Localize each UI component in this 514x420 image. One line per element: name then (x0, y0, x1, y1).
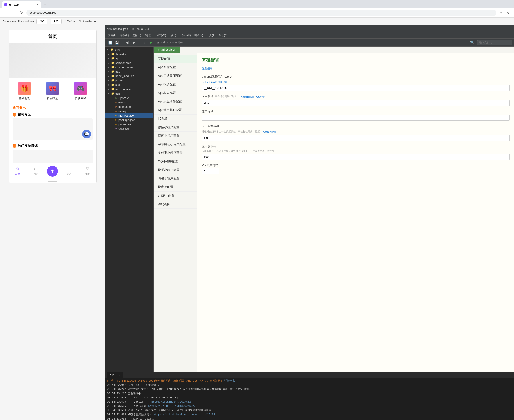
menu-release[interactable]: 发行(U) (180, 32, 193, 38)
manifest-nav-splash[interactable]: App启动界面配置 (154, 72, 197, 80)
appdesc-input[interactable] (202, 114, 510, 121)
height-input[interactable] (51, 19, 62, 24)
console-tab-h5[interactable]: skin - H5 (107, 372, 123, 378)
appname-input[interactable] (202, 100, 510, 106)
grid-item-1[interactable]: 🎀 精品抽盒 (40, 82, 65, 100)
back-button[interactable]: ← (3, 10, 9, 16)
manifest-nav-source[interactable]: 源码视图 (154, 200, 197, 209)
menu-help[interactable]: 帮助(Y) (217, 32, 229, 38)
manifest-nav-h5[interactable]: h5配置 (154, 114, 197, 123)
tree-pages[interactable]: ▶ 📁 pages (105, 78, 153, 82)
tool-run[interactable]: ▶ (148, 39, 154, 46)
extensions-button[interactable]: ⚙ (505, 10, 511, 16)
width-input[interactable] (37, 19, 47, 24)
nav-item-score[interactable]: ◎ 积分 (61, 165, 79, 178)
manifest-nav-unistats[interactable]: uni统计配置 (154, 192, 197, 200)
throttle-select[interactable]: No throttling Fast 3G Slow 3G (78, 20, 97, 23)
manifest-nav-qq[interactable]: QQ小程序配置 (154, 157, 197, 166)
manifest-nav-alipay[interactable]: 支付宝小程序配置 (154, 149, 197, 157)
refresh-button[interactable]: ↻ (18, 10, 25, 16)
nav-item-center[interactable]: ⊕ (44, 165, 61, 178)
tree-uni-scss[interactable]: ◈ uni.scss (105, 126, 153, 131)
chat-fab-button[interactable]: 💬 (82, 130, 91, 138)
tool-bookmark[interactable]: ☆ (141, 39, 147, 46)
menu-edit[interactable]: 编辑(E) (118, 32, 131, 38)
tree-http[interactable]: ▶ 📁 http (105, 69, 153, 74)
manifest-nav-quickapp[interactable]: 快应用配置 (154, 183, 197, 192)
config-guide-link[interactable]: 配置指南 (202, 67, 510, 70)
tree-main-js[interactable]: ◈ main.js (105, 109, 153, 113)
appname-android-link[interactable]: Android配置 (241, 95, 254, 98)
tree-hbuilderx[interactable]: ▶ 📁 .hbuilderx (105, 52, 153, 56)
vue-input[interactable] (202, 168, 219, 174)
new-tab-button[interactable]: + (42, 2, 48, 8)
tree-api[interactable]: ▶ 📁 api (105, 56, 153, 60)
zoom-select[interactable]: 100% 75% 50% (64, 20, 75, 23)
tree-uni-modules[interactable]: ▶ 📁 uni_modules (105, 87, 153, 91)
tree-custom-pages[interactable]: ▶ 📁 custom-pages (105, 65, 153, 69)
grid-item-2[interactable]: 🎮 皮肤专区 (68, 82, 93, 100)
tree-app-vue[interactable]: ◈ App.vue (105, 96, 153, 100)
nav-item-skin[interactable]: ◇ 皮肤 (26, 165, 44, 178)
menu-run[interactable]: 运行(R) (168, 32, 180, 38)
appname-ios-link[interactable]: iOS配置 (256, 95, 265, 98)
manifest-nav-native-plugins[interactable]: App原生插件配置 (154, 98, 197, 106)
grid-item-0[interactable]: 🎁 签到有礼 (13, 82, 37, 100)
tab-close-button[interactable]: ✕ (36, 3, 39, 6)
tree-manifest-json[interactable]: ◈ manifest.json (105, 113, 153, 118)
appid-dcloud-link[interactable]: DCloud AppID 使用说明 (202, 81, 228, 83)
nav-item-mine[interactable]: ♡ 我的 (79, 165, 96, 178)
device-select[interactable]: Dimensions: Responsive ▾ (3, 20, 34, 23)
nav-item-home[interactable]: ⊙ 首页 (9, 165, 27, 178)
tree-env-js[interactable]: ◈ env.js (105, 100, 153, 105)
manifest-nav-bytedance[interactable]: 字节跳动小程序配置 (154, 140, 197, 149)
nav-mine-icon: ♡ (85, 166, 90, 171)
tool-new-file[interactable]: 📄 (107, 39, 113, 46)
tree-index-html[interactable]: ◈ index.html (105, 105, 153, 109)
manifest-nav-basic[interactable]: 基础配置 (154, 55, 197, 63)
console-ad-link[interactable]: 详情点击 (224, 379, 235, 382)
menu-goto[interactable]: 跳转(G) (155, 32, 168, 38)
network-url-link[interactable]: http://192.168.0.108:3000/h52/ (148, 405, 195, 408)
tree-label-http: http (115, 70, 120, 73)
tree-pages-json[interactable]: ◈ pages.json (105, 122, 153, 126)
tree-package-json[interactable]: ◈ package.json (105, 118, 153, 122)
tree-components[interactable]: ▶ 📁 components (105, 60, 153, 65)
manifest-nav-modules[interactable]: App模块配置 (154, 80, 197, 89)
menu-file[interactable]: 文件(F) (106, 32, 118, 38)
forward-button[interactable]: → (11, 10, 17, 16)
manifest-nav-kuaishou[interactable]: 快手小程序配置 (154, 166, 197, 174)
star-button[interactable]: ☆ (498, 10, 504, 16)
manifest-nav-feishu[interactable]: 飞书小程序配置 (154, 174, 197, 183)
appid-input[interactable] (202, 85, 510, 91)
manifest-nav-appicon[interactable]: App图标配置 (154, 63, 197, 72)
manifest-nav-app-other[interactable]: App常用其它设置 (154, 106, 197, 114)
search-icon[interactable]: 🔍 (469, 39, 475, 46)
tree-label-scss: uni.scss (119, 127, 129, 130)
menu-find[interactable]: 查找(E) (143, 32, 155, 38)
tool-save[interactable]: 💾 (114, 39, 120, 46)
appver-android-link[interactable]: Android配置 (263, 130, 276, 134)
manifest-nav-permissions[interactable]: App权限配置 (154, 89, 197, 98)
tree-static[interactable]: ▶ 📁 static (105, 82, 153, 87)
appvernum-input[interactable] (202, 154, 510, 160)
menu-view[interactable]: 视图(V) (193, 32, 205, 38)
h5-faq-link[interactable]: https://ask.dcloud.net.cn/article/35232 (153, 413, 215, 416)
tree-root[interactable]: ▼ 📁 skin (105, 47, 153, 52)
menu-select[interactable]: 选择(S) (131, 32, 143, 38)
tree-node-modules[interactable]: ▶ 📁 node_modules (105, 74, 153, 78)
local-url-link[interactable]: http://localhost:3000/h52/ (151, 400, 192, 404)
search-input[interactable] (477, 40, 512, 45)
tool-back[interactable]: ◀ (124, 39, 130, 46)
console-line-4: 08:54:23.579 vite v2.7.6 dev server runn… (107, 396, 512, 400)
address-bar[interactable]: localhost:3000/h52/#/ (26, 10, 496, 16)
appver-input[interactable] (202, 135, 510, 141)
tree-utils[interactable]: ▶ 📁 utils (105, 91, 153, 96)
manifest-tab[interactable]: manifest.json (154, 46, 180, 53)
news-arrow-icon[interactable]: › (92, 106, 93, 110)
tool-forward[interactable]: ▶ (131, 39, 137, 46)
menu-tools[interactable]: 工具(T) (205, 32, 217, 38)
manifest-nav-baidu[interactable]: 百度小程序配置 (154, 132, 197, 140)
browser-tab[interactable]: uni-app ✕ (2, 1, 41, 8)
manifest-nav-weixin[interactable]: 微信小程序配置 (154, 123, 197, 132)
